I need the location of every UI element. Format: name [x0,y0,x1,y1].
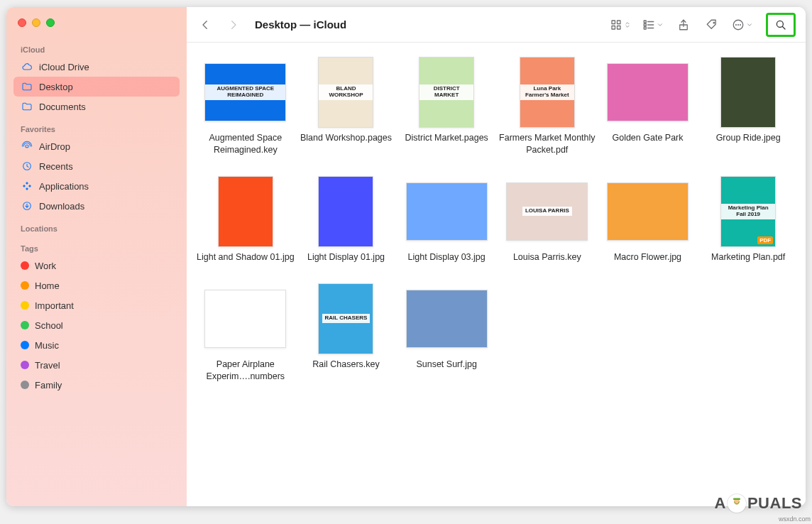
file-name: Macro Flower.jpg [614,251,681,263]
watermark-text: A [715,494,726,513]
finder-window: iCloudiCloud DriveDesktopDocumentsFavori… [6,7,806,506]
sidebar-item-music[interactable]: Music [13,335,180,355]
file-item[interactable]: LOUISA PARRISLouisa Parris.key [497,176,598,263]
sidebar-group: TagsWorkHomeImportantSchoolMusicTravelFa… [6,240,187,395]
tag-dot-icon [21,281,29,290]
file-item[interactable]: AUGMENTED SPACE REIMAGINEDAugmented Spac… [195,57,296,156]
main-pane: Desktop — iCloud [187,7,806,506]
sidebar-item-school[interactable]: School [13,315,180,335]
file-item[interactable]: Light and Shadow 01.jpg [195,176,296,263]
chevron-down-icon [746,18,753,31]
back-button[interactable] [194,15,216,35]
sidebar-item-label: School [35,320,63,331]
tag-dot-icon [21,321,29,329]
watermark-logo-icon [728,494,746,513]
sidebar-item-label: Downloads [39,201,84,212]
view-icons-button[interactable] [607,15,634,35]
sidebar-item-label: Applications [39,181,89,192]
thumb-label: DISTRICT MARKET [419,84,473,100]
file-thumbnail [602,176,693,247]
sidebar-item-travel[interactable]: Travel [13,355,180,375]
file-item[interactable]: Group Ride.jpeg [698,57,799,156]
tags-button[interactable] [701,15,723,35]
share-button[interactable] [672,15,695,35]
file-name: Farmers Market Monthly Packet.pdf [498,132,596,156]
file-item[interactable]: Light Display 01.jpg [296,176,397,263]
search-button[interactable] [769,15,792,35]
sidebar-item-work[interactable]: Work [13,256,180,275]
sidebar-item-label: iCloud Drive [39,62,89,72]
download-icon [21,200,33,212]
minimize-window-button[interactable] [32,18,40,27]
file-grid: AUGMENTED SPACE REIMAGINEDAugmented Spac… [195,57,799,382]
sidebar-group-title: Locations [13,220,180,236]
toolbar: Desktop — iCloud [187,7,806,43]
file-thumbnail: AUGMENTED SPACE REIMAGINED [200,57,291,128]
file-name: Rail Chasers.key [312,359,379,371]
file-item[interactable]: Marketing Plan Fall 2019PDFMarketing Pla… [698,176,799,263]
file-name: Sunset Surf.jpg [416,359,476,371]
airdrop-icon [21,140,33,153]
file-item[interactable]: Sunset Surf.jpg [396,283,497,383]
file-badge: PDF [757,236,773,244]
sidebar-item-label: Work [35,261,56,271]
source-text: wsxdn.com [779,515,811,523]
file-name: Light Display 01.jpg [307,251,385,263]
file-thumbnail: DISTRICT MARKET [401,57,492,128]
file-item[interactable]: RAIL CHASERSRail Chasers.key [296,283,397,383]
sidebar-item-documents[interactable]: Documents [13,97,180,116]
file-name: Louisa Parris.key [513,251,581,263]
file-thumbnail [602,57,693,128]
file-thumbnail [703,57,794,128]
file-item[interactable]: Macro Flower.jpg [598,176,698,263]
forward-button[interactable] [222,15,245,35]
svg-point-0 [26,145,28,148]
svg-rect-6 [612,26,615,29]
sidebar-item-downloads[interactable]: Downloads [13,196,180,216]
file-thumbnail [300,176,391,247]
watermark: A PUALS [715,494,802,513]
zoom-window-button[interactable] [46,18,55,27]
file-thumbnail [401,176,492,247]
sidebar-item-important[interactable]: Important [13,295,180,315]
group-button[interactable] [640,15,666,35]
tag-dot-icon [21,341,29,349]
svg-point-17 [736,24,737,25]
file-item[interactable]: Golden Gate Park [598,57,698,156]
thumb-label: AUGMENTED SPACE REIMAGINED [205,84,285,100]
file-name: Bland Workshop.pages [300,132,392,144]
sidebar-item-applications[interactable]: Applications [13,176,180,196]
sidebar-item-recents[interactable]: Recents [13,156,180,176]
svg-rect-5 [618,21,621,24]
file-name: Golden Gate Park [612,132,683,144]
file-name: Group Ride.jpeg [716,132,781,144]
cloud-icon [21,60,33,73]
tag-dot-icon [21,381,29,389]
actions-button[interactable] [729,15,756,35]
file-item[interactable]: BLAND WORKSHOPBland Workshop.pages [296,57,397,156]
file-thumbnail [200,176,291,247]
file-thumbnail [200,283,291,354]
watermark-text: PUALS [747,494,802,513]
file-item[interactable]: DISTRICT MARKETDistrict Market.pages [396,57,497,156]
thumb-label: Marketing Plan Fall 2019 [721,204,775,219]
tag-dot-icon [21,261,29,270]
svg-point-19 [740,24,741,25]
file-grid-scroll[interactable]: AUGMENTED SPACE REIMAGINEDAugmented Spac… [187,43,806,506]
sidebar-item-label: Home [35,280,60,291]
svg-rect-10 [644,23,646,26]
chevron-right-icon [227,18,240,31]
folder-icon [21,80,33,93]
file-item[interactable]: Luna Park Farmer's MarketFarmers Market … [497,57,598,156]
sidebar-item-airdrop[interactable]: AirDrop [13,136,180,156]
sidebar-item-home[interactable]: Home [13,275,180,295]
file-item[interactable]: Paper Airplane Experim….numbers [195,283,296,383]
sidebar-item-icloud-drive[interactable]: iCloud Drive [13,57,180,77]
sidebar-item-family[interactable]: Family [13,375,180,395]
sidebar-item-desktop[interactable]: Desktop [13,77,180,97]
grid-icon [610,18,622,31]
file-item[interactable]: Light Display 03.jpg [396,176,497,263]
more-icon [732,18,745,31]
close-window-button[interactable] [18,18,26,27]
clock-icon [21,160,33,173]
